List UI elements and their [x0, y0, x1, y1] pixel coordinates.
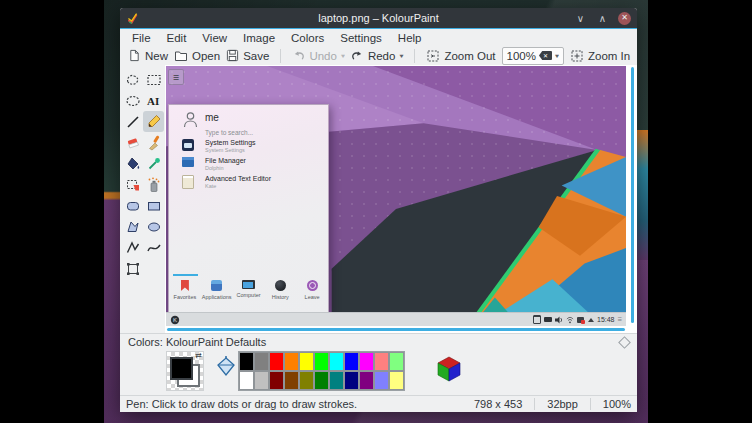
canvas-image[interactable]: ☰ me Type to search... System Settings S… [166, 66, 626, 326]
rounded-rectangle-tool[interactable] [122, 195, 143, 216]
zoom-tool[interactable] [122, 258, 143, 279]
text-tool[interactable]: AI [143, 90, 164, 111]
palette-color-1-1[interactable] [254, 371, 269, 390]
minimize-button[interactable]: ∨ [574, 12, 587, 25]
kickoff-menu: me Type to search... System Settings Sys… [168, 104, 329, 313]
canvas-viewport[interactable]: ☰ me Type to search... System Settings S… [165, 65, 637, 333]
menu-file[interactable]: File [124, 32, 159, 44]
menubar: File Edit View Image Colors Settings Hel… [120, 29, 637, 46]
dock-collapse-icon[interactable] [618, 336, 631, 349]
brush-icon [146, 135, 162, 151]
status-message: Pen: Click to draw dots or drag to draw … [126, 398, 474, 410]
desktop-folder-widget: ☰ [168, 69, 184, 85]
zoom-out-button[interactable]: Zoom Out [426, 49, 495, 63]
foreground-background-swatch[interactable]: ⇄ [166, 351, 204, 391]
color-similarity-icon[interactable] [216, 355, 236, 377]
zoom-in-button[interactable]: Zoom In [570, 49, 630, 63]
zoom-level-combobox[interactable]: 100% ✕ ▾ [502, 47, 564, 65]
menu-help[interactable]: Help [390, 32, 430, 44]
undo-button[interactable]: Undo ▾ [292, 49, 345, 62]
palette-color-0-7[interactable] [344, 352, 359, 371]
brush-tool[interactable] [143, 132, 164, 153]
kickoff-tab-computer: Computer [233, 274, 265, 308]
main-area: AI [120, 65, 637, 333]
foreground-color-swatch[interactable] [170, 357, 193, 380]
user-icon [183, 111, 198, 128]
rectangular-selection-icon [146, 72, 162, 88]
menu-edit[interactable]: Edit [159, 32, 195, 44]
palette-color-1-2[interactable] [269, 371, 284, 390]
palette-color-0-8[interactable] [359, 352, 374, 371]
curve-tool[interactable] [143, 237, 164, 258]
palette-color-1-3[interactable] [284, 371, 299, 390]
palette-color-1-10[interactable] [389, 371, 404, 390]
palette-color-1-7[interactable] [344, 371, 359, 390]
redo-dropdown-icon[interactable]: ▾ [399, 52, 403, 59]
palette-color-0-4[interactable] [299, 352, 314, 371]
palette-color-0-5[interactable] [314, 352, 329, 371]
clear-text-icon[interactable]: ✕ [539, 51, 552, 60]
line-tool[interactable] [122, 111, 143, 132]
open-button[interactable]: Open [174, 49, 220, 62]
palette-color-1-8[interactable] [359, 371, 374, 390]
palette-color-1-5[interactable] [314, 371, 329, 390]
palette-color-0-1[interactable] [254, 352, 269, 371]
maximize-button[interactable]: ∧ [596, 12, 609, 25]
screen: laptop.png – KolourPaint ∨ ∧ ✕ File Edit… [0, 0, 752, 423]
palette-color-1-6[interactable] [329, 371, 344, 390]
save-button[interactable]: Save [226, 49, 269, 62]
kickoff-user-name: me [205, 112, 219, 123]
freeform-selection-icon [125, 72, 141, 88]
kolourpaint-window: laptop.png – KolourPaint ∨ ∧ ✕ File Edit… [120, 8, 637, 412]
toolbar-separator [280, 49, 281, 63]
ellipse-icon [146, 219, 162, 235]
zoom-dropdown-icon[interactable]: ▾ [555, 52, 559, 59]
ellipse-tool[interactable] [143, 216, 164, 237]
statusbar: Pen: Click to draw dots or drag to draw … [120, 395, 637, 412]
close-button[interactable]: ✕ [618, 12, 631, 25]
horizontal-scrollbar[interactable] [167, 328, 625, 331]
menu-view[interactable]: View [194, 32, 235, 44]
menu-settings[interactable]: Settings [332, 32, 390, 44]
swap-colors-icon[interactable]: ⇄ [195, 352, 202, 360]
palette-color-0-10[interactable] [389, 352, 404, 371]
colors-dock: Colors: KolourPaint Defaults ⇄ [120, 333, 637, 396]
titlebar[interactable]: laptop.png – KolourPaint ∨ ∧ ✕ [120, 8, 637, 28]
rectangle-tool[interactable] [143, 195, 164, 216]
eraser-tool[interactable] [122, 132, 143, 153]
palette-color-1-9[interactable] [374, 371, 389, 390]
redo-button[interactable]: Redo ▾ [351, 49, 404, 62]
palette-color-0-2[interactable] [269, 352, 284, 371]
connected-lines-tool[interactable] [122, 237, 143, 258]
color-picker-tool[interactable] [143, 153, 164, 174]
palette-color-1-0[interactable] [239, 371, 254, 390]
window-title: laptop.png – KolourPaint [120, 12, 637, 24]
palette-color-0-0[interactable] [239, 352, 254, 371]
color-palette[interactable] [238, 351, 405, 391]
rectangular-selection-tool[interactable] [143, 69, 164, 90]
pen-tool[interactable] [143, 111, 164, 132]
zoom-in-icon [570, 49, 584, 63]
color-eraser-tool[interactable] [122, 174, 143, 195]
redo-icon [351, 49, 364, 62]
menu-image[interactable]: Image [235, 32, 283, 44]
elliptical-selection-tool[interactable] [122, 90, 143, 111]
flood-fill-tool[interactable] [122, 153, 143, 174]
menu-colors[interactable]: Colors [283, 32, 332, 44]
palette-color-0-9[interactable] [374, 352, 389, 371]
polygon-tool[interactable] [122, 216, 143, 237]
screen-share-icon [577, 316, 585, 324]
kickoff-tab-history: History [264, 274, 296, 308]
undo-dropdown-icon[interactable]: ▾ [341, 52, 345, 59]
new-button[interactable]: New [128, 49, 168, 62]
systray-expand-icon [588, 318, 594, 322]
palette-color-0-3[interactable] [284, 352, 299, 371]
kickoff-app-subtitle: System Settings [205, 147, 245, 153]
palette-color-0-6[interactable] [329, 352, 344, 371]
freeform-selection-tool[interactable] [122, 69, 143, 90]
vertical-scrollbar[interactable] [631, 67, 634, 323]
palette-color-1-4[interactable] [299, 371, 314, 390]
clipboard-icon [533, 316, 541, 324]
svg-text:K: K [173, 317, 177, 323]
spraycan-tool[interactable] [143, 174, 164, 195]
